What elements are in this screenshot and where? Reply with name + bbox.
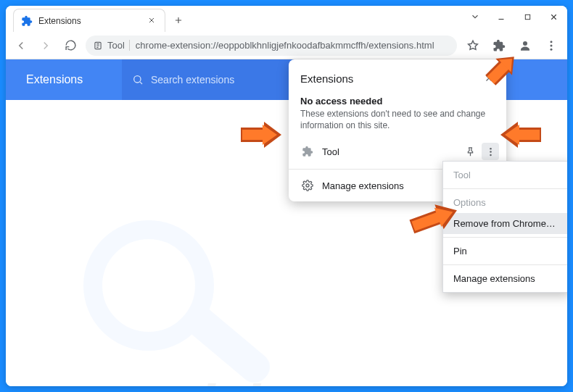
popup-section-subtitle: These extensions don't need to see and c… xyxy=(289,108,506,137)
toolbar: Tool chrome-extension://eoppoblkhnligjef… xyxy=(6,32,567,59)
gear-icon xyxy=(300,178,315,193)
ctx-item-manage[interactable]: Manage extensions xyxy=(443,268,567,289)
omnibox-chip: Tool xyxy=(107,40,130,51)
tab-overflow-icon[interactable] xyxy=(470,12,480,23)
chrome-menu-button[interactable] xyxy=(541,36,561,56)
page-title: Extensions xyxy=(6,73,122,86)
minimize-button[interactable] xyxy=(492,9,511,25)
svg-point-6 xyxy=(134,76,141,83)
extension-context-menu: Tool Options Remove from Chrome… Pin Man… xyxy=(442,161,567,293)
svg-point-4 xyxy=(551,44,553,46)
popup-section-title: No access needed xyxy=(289,93,506,108)
search-icon xyxy=(132,74,144,86)
forward-button[interactable] xyxy=(36,36,55,55)
omnibox[interactable]: Tool chrome-extension://eoppoblkhnligjef… xyxy=(86,36,457,56)
reload-button[interactable] xyxy=(61,36,80,55)
extension-icon xyxy=(300,144,315,159)
window-controls xyxy=(492,9,563,25)
ctx-item-options: Options xyxy=(443,192,567,213)
profile-button[interactable] xyxy=(515,36,535,56)
page-content: Extensions risk.com Extensions No access… xyxy=(6,59,567,386)
popup-close-button[interactable] xyxy=(480,70,498,87)
svg-point-10 xyxy=(306,184,309,187)
browser-window: Extensions Tool chrome xyxy=(6,6,567,386)
tab-close-button[interactable] xyxy=(147,16,157,26)
extensions-toolbar-button[interactable] xyxy=(489,36,509,56)
extension-more-button[interactable] xyxy=(482,143,499,160)
ctx-item-pin[interactable]: Pin xyxy=(443,241,567,262)
svg-point-8 xyxy=(490,151,492,153)
svg-rect-0 xyxy=(525,14,529,19)
popup-title: Extensions xyxy=(300,72,353,85)
omnibox-url: chrome-extension://eoppoblkhnligjefnkood… xyxy=(136,40,434,51)
titlebar: Extensions xyxy=(6,6,567,32)
site-info-icon xyxy=(93,41,103,51)
browser-tab[interactable]: Extensions xyxy=(13,9,165,32)
new-tab-button[interactable] xyxy=(168,10,189,30)
ctx-item-remove[interactable]: Remove from Chrome… xyxy=(443,213,567,234)
pin-button[interactable] xyxy=(461,143,479,160)
bookmark-star-button[interactable] xyxy=(463,36,483,56)
svg-point-7 xyxy=(490,148,492,150)
svg-point-9 xyxy=(490,154,492,157)
tab-title: Extensions xyxy=(38,16,141,26)
maximize-button[interactable] xyxy=(518,9,537,25)
svg-point-2 xyxy=(523,41,527,46)
svg-point-3 xyxy=(551,41,553,43)
back-button[interactable] xyxy=(12,36,30,55)
close-window-button[interactable] xyxy=(544,9,563,25)
ctx-item-tool: Tool xyxy=(443,164,567,185)
puzzle-icon xyxy=(21,15,33,27)
svg-point-5 xyxy=(551,48,553,50)
extension-name: Tool xyxy=(322,146,454,157)
